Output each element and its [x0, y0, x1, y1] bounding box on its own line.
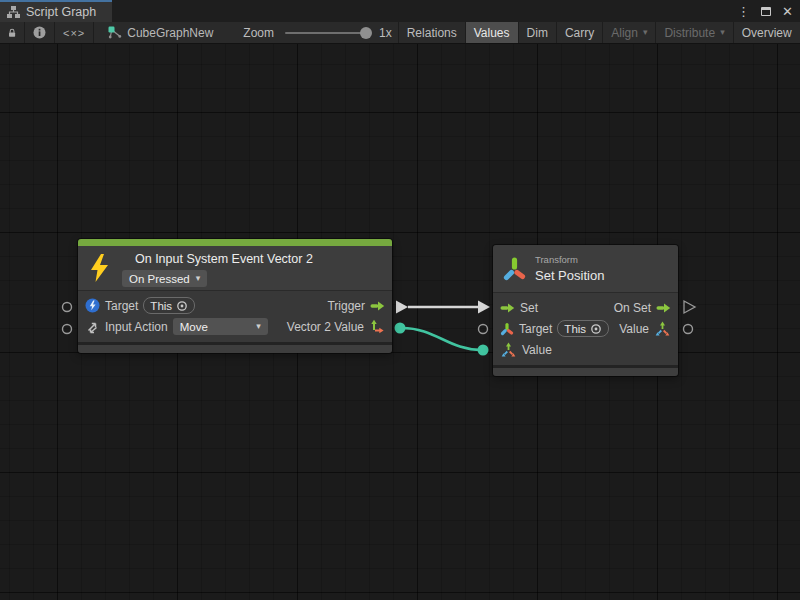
- set-input-port[interactable]: [478, 301, 490, 314]
- event-node-body: Target This Trigger: [78, 291, 392, 342]
- zoom-label: Zoom: [243, 26, 274, 40]
- dim-button[interactable]: Dim: [519, 22, 557, 43]
- event-input-action-port[interactable]: [63, 325, 72, 334]
- input-action-value: Move: [180, 321, 208, 333]
- flow-arrow-icon: [370, 300, 385, 312]
- vector2-value-label: Vector 2 Value: [287, 320, 364, 334]
- lightning-bolt-icon: [89, 254, 111, 282]
- zoom-control: Zoom: [221, 22, 375, 43]
- set-target-port[interactable]: [479, 325, 488, 334]
- set-row: Set On Set: [493, 297, 678, 318]
- trigger-label: Trigger: [327, 299, 365, 313]
- info-button[interactable]: [25, 22, 55, 43]
- event-input-action-row: Input Action Move ▾ Vector 2 Value: [78, 316, 392, 337]
- input-action-icon: [85, 320, 100, 334]
- on-set-output-port[interactable]: [684, 301, 695, 313]
- distribute-dropdown[interactable]: Distribute ▾: [656, 22, 733, 43]
- vector2-output-port[interactable]: [395, 323, 406, 334]
- event-node-header: On Input System Event Vector 2 On Presse…: [78, 246, 392, 291]
- zoom-value: 1x: [375, 22, 399, 43]
- transform-icon: [502, 255, 527, 283]
- maximize-icon[interactable]: [761, 7, 771, 16]
- value-in-label: Value: [522, 343, 552, 357]
- value-output-port[interactable]: [684, 325, 693, 334]
- tab-script-graph[interactable]: Script Graph: [0, 0, 112, 22]
- set-value-row: Value: [493, 339, 678, 360]
- vector3-type-icon: [654, 321, 671, 336]
- caret-down-icon: ▾: [643, 28, 648, 37]
- player-input-icon: [85, 298, 100, 313]
- node-set-position[interactable]: Transform Set Position Set On Set: [493, 245, 678, 376]
- value-connection[interactable]: [402, 328, 482, 350]
- caret-down-icon: ▾: [256, 322, 261, 331]
- menu-icon[interactable]: ⋮: [737, 5, 750, 18]
- event-target-object-field[interactable]: This: [143, 297, 195, 314]
- value-out-label: Value: [619, 322, 649, 336]
- event-mode-dropdown[interactable]: On Pressed ▾: [122, 270, 207, 287]
- set-node-body: Set On Set Target T: [493, 293, 678, 365]
- node-on-input-system-event[interactable]: On Input System Event Vector 2 On Presse…: [78, 239, 392, 353]
- caret-down-icon: ▾: [720, 28, 725, 37]
- values-button[interactable]: Values: [466, 22, 519, 43]
- window-controls: ⋮ ✕: [737, 0, 793, 22]
- lock-button[interactable]: [0, 22, 25, 43]
- flow-arrow-icon: [500, 302, 515, 314]
- set-node-category: Transform: [535, 254, 578, 265]
- tab-label: Script Graph: [26, 5, 96, 19]
- event-target-port[interactable]: [63, 303, 72, 312]
- set-node-header: Transform Set Position: [493, 245, 678, 293]
- event-target-row: Target This Trigger: [78, 295, 392, 316]
- title-bar: Script Graph ⋮ ✕: [0, 0, 800, 22]
- zoom-slider[interactable]: [285, 32, 371, 34]
- graph-reference[interactable]: CubeGraphNew: [94, 22, 221, 43]
- target-label: Target: [105, 299, 138, 313]
- set-target-row: Target This Value: [493, 318, 678, 339]
- event-node-title: On Input System Event Vector 2: [135, 252, 313, 266]
- vector2-type-icon: [369, 319, 385, 334]
- set-target-value: This: [564, 323, 586, 335]
- target-picker-icon: [590, 323, 602, 335]
- value-input-port[interactable]: [478, 345, 489, 356]
- graph-asset-icon: [108, 26, 122, 39]
- input-action-label: Input Action: [105, 320, 168, 334]
- set-node-title: Set Position: [535, 268, 604, 283]
- code-icon: <×>: [63, 27, 85, 39]
- set-target-object-field[interactable]: This: [557, 320, 609, 337]
- graph-canvas[interactable]: On Input System Event Vector 2 On Presse…: [0, 44, 800, 600]
- relations-button[interactable]: Relations: [399, 22, 466, 43]
- lock-icon: [8, 27, 16, 39]
- event-mode-value: On Pressed: [129, 273, 190, 285]
- flow-arrow-icon: [656, 302, 671, 314]
- script-graph-window: Script Graph ⋮ ✕ <×>: [0, 0, 800, 600]
- target-picker-icon: [176, 300, 188, 312]
- distribute-label: Distribute: [664, 26, 715, 40]
- event-accent-bar: [78, 239, 392, 246]
- align-dropdown[interactable]: Align ▾: [603, 22, 656, 43]
- transform-mini-icon: [500, 322, 514, 336]
- graph-toolbar: <×> CubeGraphNew Zoom 1x Relations Value…: [0, 22, 800, 44]
- input-action-dropdown[interactable]: Move ▾: [173, 318, 268, 335]
- caret-down-icon: ▾: [196, 274, 201, 283]
- zoom-slider-handle[interactable]: [360, 27, 372, 39]
- set-target-label: Target: [519, 322, 552, 336]
- graph-hierarchy-icon: [7, 6, 20, 18]
- on-set-label: On Set: [614, 301, 651, 315]
- overview-button[interactable]: Overview: [734, 22, 800, 43]
- trigger-output-port[interactable]: [396, 301, 408, 314]
- info-icon: [33, 26, 46, 39]
- set-node-footer: [493, 368, 678, 376]
- carry-button[interactable]: Carry: [557, 22, 603, 43]
- edit-source-button[interactable]: <×>: [55, 22, 94, 43]
- align-label: Align: [611, 26, 638, 40]
- event-node-footer: [78, 345, 392, 353]
- graph-name: CubeGraphNew: [127, 26, 213, 40]
- target-value: This: [150, 300, 172, 312]
- vector3-type-icon: [500, 342, 517, 357]
- set-label: Set: [520, 301, 538, 315]
- close-icon[interactable]: ✕: [782, 5, 793, 18]
